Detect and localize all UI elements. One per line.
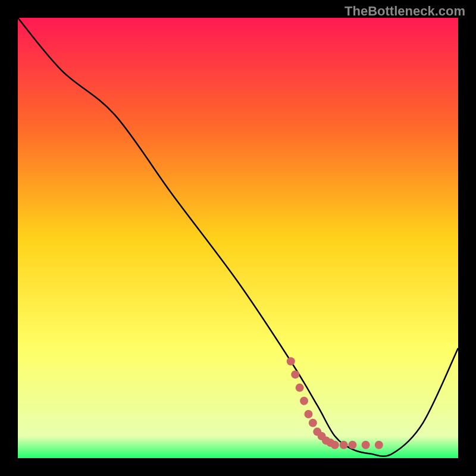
chart-container bbox=[18, 18, 458, 458]
marker-dot bbox=[340, 441, 348, 449]
marker-dot bbox=[296, 384, 304, 392]
marker-dot bbox=[287, 357, 295, 365]
marker-dot bbox=[304, 410, 312, 418]
marker-dot bbox=[309, 419, 317, 427]
gradient-background bbox=[18, 18, 458, 458]
marker-dot bbox=[300, 397, 308, 405]
marker-dot bbox=[362, 441, 370, 449]
marker-dot bbox=[348, 441, 356, 449]
watermark-text: TheBottleneck.com bbox=[345, 4, 465, 19]
marker-dot bbox=[375, 441, 383, 449]
chart-svg bbox=[18, 18, 458, 458]
marker-dot bbox=[291, 370, 299, 378]
marker-dot bbox=[331, 441, 339, 449]
